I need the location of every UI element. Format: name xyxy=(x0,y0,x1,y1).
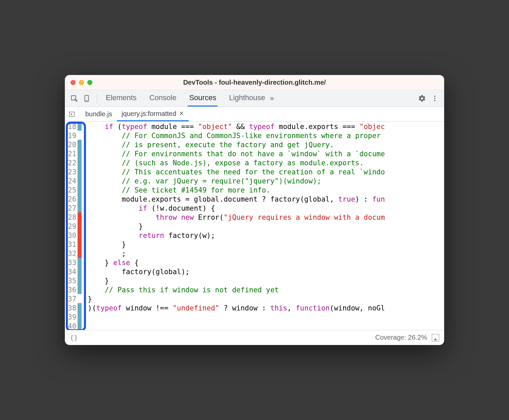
close-window-button[interactable] xyxy=(71,80,76,85)
zoom-window-button[interactable] xyxy=(87,80,92,85)
inspect-element-icon[interactable] xyxy=(69,93,79,103)
close-tab-icon[interactable]: ✕ xyxy=(179,110,184,117)
gutter: 1819202122232425262728293031323334353637… xyxy=(65,122,82,330)
coverage-gutter xyxy=(78,122,82,330)
file-tab-bundle[interactable]: bundle.js xyxy=(81,108,117,121)
tab-console[interactable]: Console xyxy=(148,90,178,107)
device-toggle-icon[interactable] xyxy=(82,93,92,103)
tab-lighthouse[interactable]: Lighthouse xyxy=(228,90,267,107)
toolbar-divider xyxy=(97,94,97,103)
tab-elements[interactable]: Elements xyxy=(104,90,138,107)
expand-drawer-icon[interactable] xyxy=(432,334,439,341)
kebab-menu-icon[interactable] xyxy=(430,93,440,103)
svg-point-4 xyxy=(434,98,435,99)
status-bar: {} Coverage: 26.2% xyxy=(65,330,444,345)
svg-point-5 xyxy=(434,100,435,101)
code-editor[interactable]: 1819202122232425262728293031323334353637… xyxy=(65,122,444,330)
tab-sources[interactable]: Sources xyxy=(188,90,218,107)
file-tab-label: jquery.js:formatted xyxy=(122,110,176,118)
file-tab-jquery[interactable]: jquery.js:formatted ✕ xyxy=(117,107,189,121)
navigator-toggle-icon[interactable] xyxy=(65,107,79,122)
devtools-window: DevTools - foul-heavenly-direction.glitc… xyxy=(65,75,444,345)
coverage-label: Coverage: 26.2% xyxy=(375,334,427,341)
file-tab-label: bundle.js xyxy=(85,110,112,118)
line-numbers: 1819202122232425262728293031323334353637… xyxy=(65,122,78,330)
minimize-window-button[interactable] xyxy=(79,80,84,85)
pretty-print-icon[interactable]: {} xyxy=(70,334,78,342)
tabs-overflow-button[interactable]: » xyxy=(270,94,274,103)
svg-point-3 xyxy=(434,95,435,97)
panel-tabs: Elements Console Sources Lighthouse xyxy=(104,90,267,107)
window-controls xyxy=(71,80,92,85)
settings-gear-icon[interactable] xyxy=(417,93,427,103)
code-content[interactable]: if (typeof module === "object" && typeof… xyxy=(82,122,444,330)
window-title: DevTools - foul-heavenly-direction.glitc… xyxy=(65,79,444,86)
file-tabs: bundle.js jquery.js:formatted ✕ xyxy=(65,107,444,122)
devtools-toolbar: Elements Console Sources Lighthouse » xyxy=(65,90,444,107)
titlebar: DevTools - foul-heavenly-direction.glitc… xyxy=(65,75,444,90)
